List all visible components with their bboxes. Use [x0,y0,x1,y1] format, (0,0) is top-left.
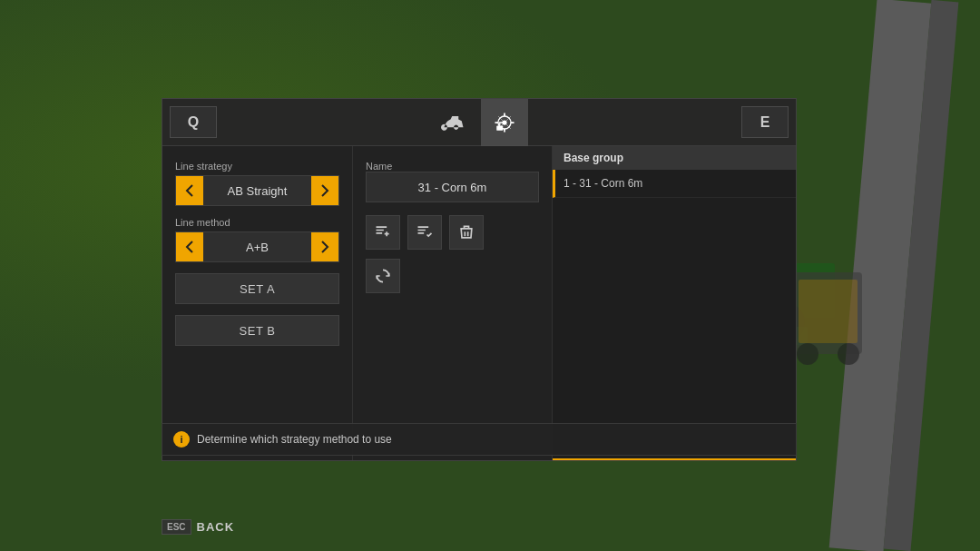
tab-icons-container [224,99,734,145]
svg-point-18 [838,343,859,365]
line-method-selector: A+B [175,231,339,262]
line-method-label: Line method [175,217,339,228]
edit-list-icon [416,223,434,241]
chevron-right-icon [320,184,329,197]
tab-bar: Q E [162,99,796,146]
line-strategy-selector: AB Straight [175,175,339,206]
tab-gps[interactable] [481,99,528,146]
delete-button[interactable] [449,215,484,250]
line-method-value: A+B [203,241,311,254]
chevron-left-2-icon [185,241,194,253]
line-method-prev-btn[interactable] [176,232,203,261]
tractor-tab-icon [441,110,466,135]
list-item-label: 1 - 31 - Corn 6m [564,177,642,190]
name-value: 31 - Corn 6m [366,172,539,202]
tab-tractor[interactable] [430,99,477,146]
set-a-button[interactable]: SET A [175,273,339,304]
line-method-section: Line method A+B [175,217,339,262]
right-panel-header: Base group [553,146,796,170]
rotate-icon [374,267,392,285]
set-b-button[interactable]: SET B [175,315,339,346]
svg-point-17 [797,343,818,365]
add-list-button[interactable] [366,215,400,250]
e-button[interactable]: E [741,106,789,138]
name-label: Name [366,161,539,172]
line-strategy-prev-btn[interactable] [176,176,203,205]
line-strategy-value: AB Straight [203,184,311,198]
info-bar: i Determine which strategy method to use [162,423,797,456]
line-strategy-section: Line strategy AB Straight [175,161,339,206]
orange-accent-bar [553,458,796,460]
left-panel: Line strategy AB Straight [162,146,353,460]
trash-icon [457,223,475,241]
line-strategy-next-btn[interactable] [311,176,338,205]
rotate-button[interactable] [366,259,400,293]
list-item[interactable]: 1 - 31 - Corn 6m [553,170,796,198]
name-section: Name 31 - Corn 6m [366,161,539,202]
action-icon-row [366,215,539,250]
chevron-left-icon [185,184,194,197]
gps-tab-icon [492,110,517,135]
right-panel: Base group 1 - 31 - Corn 6m [553,146,796,460]
info-icon: i [173,431,190,448]
line-strategy-label: Line strategy [175,161,339,172]
content-area: Line strategy AB Straight [162,146,796,460]
edit-list-button[interactable] [407,215,442,250]
ui-panel: Q E [162,98,797,461]
right-panel-list: 1 - 31 - Corn 6m [553,170,796,460]
line-method-next-btn[interactable] [311,232,338,261]
back-label: BACK [197,520,235,534]
esc-badge[interactable]: ESC [162,519,191,535]
svg-rect-21 [496,125,503,130]
add-list-icon [374,223,392,241]
middle-panel: Name 31 - Corn 6m [353,146,553,460]
info-text: Determine which strategy method to use [197,433,392,446]
right-panel-wrapper: Base group 1 - 31 - Corn 6m [553,146,796,460]
q-button[interactable]: Q [170,106,217,138]
chevron-right-2-icon [320,241,329,253]
svg-rect-16 [799,280,858,343]
esc-back-container: ESC BACK [162,519,234,535]
